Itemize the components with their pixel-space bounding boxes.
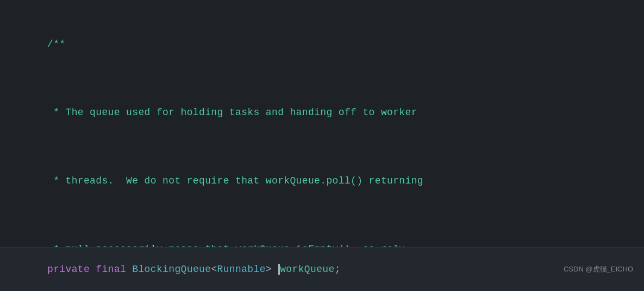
- generic-close: >: [266, 264, 272, 275]
- type-blockingqueue: BlockingQueue: [132, 264, 211, 275]
- comment-open: /**: [47, 39, 66, 49]
- bottom-bar: private final BlockingQueue<Runnable> wo…: [0, 247, 644, 291]
- keyword-private: private: [47, 264, 90, 275]
- code-container: /** * The queue used for holding tasks a…: [0, 0, 644, 291]
- code-line: * The queue used for holding tasks and h…: [11, 78, 633, 147]
- watermark: CSDN @虎猫_EICHO: [564, 264, 633, 274]
- type-runnable: Runnable: [217, 264, 266, 275]
- code-line: /**: [11, 10, 633, 78]
- space: [272, 264, 278, 275]
- comment-line-3: * threads. We do not require that workQu…: [47, 175, 423, 186]
- code-block: /** * The queue used for holding tasks a…: [0, 0, 644, 247]
- semicolon: ;: [335, 264, 341, 275]
- code-line: * null necessarily means that workQueue.…: [11, 215, 633, 247]
- comment-line-2: * The queue used for holding tasks and h…: [47, 107, 417, 118]
- var-workqueue: workQueue: [280, 264, 334, 275]
- keyword-final: final: [90, 264, 132, 275]
- code-line: * threads. We do not require that workQu…: [11, 147, 633, 215]
- generic-open: <: [211, 264, 217, 275]
- declaration-line: private final BlockingQueue<Runnable> wo…: [11, 253, 341, 286]
